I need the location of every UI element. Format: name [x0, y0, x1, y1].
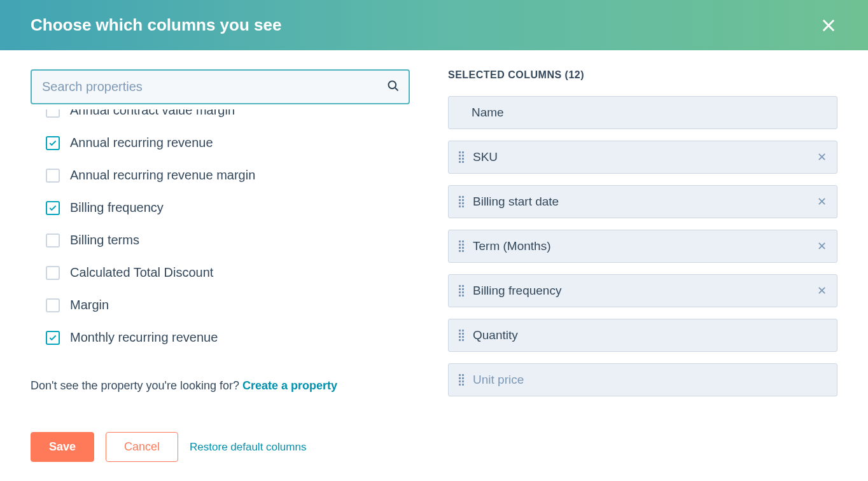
drag-handle-icon[interactable]: [459, 374, 464, 386]
selected-column-item[interactable]: Billing start date✕: [448, 185, 837, 218]
drag-handle-icon[interactable]: [459, 285, 464, 296]
property-row[interactable]: Margin: [46, 289, 410, 321]
selected-column-label: SKU: [473, 150, 808, 164]
property-label: Margin: [70, 298, 109, 312]
property-row[interactable]: Monthly recurring revenue: [46, 321, 410, 354]
close-icon: [820, 17, 837, 34]
property-row[interactable]: Annual recurring revenue: [46, 127, 410, 159]
property-label: Annual recurring revenue: [70, 136, 213, 150]
selected-column-label: Billing frequency: [473, 284, 808, 298]
save-button[interactable]: Save: [31, 432, 94, 462]
dialog-footer: Save Cancel Restore default columns: [0, 414, 868, 476]
drag-handle-icon[interactable]: [459, 196, 464, 207]
property-label: Annual contract value margin: [70, 109, 235, 118]
property-label: Calculated Total Discount: [70, 265, 213, 280]
property-checkbox[interactable]: [46, 136, 60, 150]
selected-column-label: Billing start date: [473, 195, 808, 209]
svg-point-0: [389, 81, 396, 88]
cancel-button[interactable]: Cancel: [106, 432, 178, 462]
property-label: Annual recurring revenue margin: [70, 168, 255, 183]
remove-column-icon[interactable]: ✕: [817, 150, 827, 164]
property-checkbox[interactable]: [46, 201, 60, 215]
selected-column-label: Name: [472, 106, 827, 120]
property-checkbox[interactable]: [46, 169, 60, 183]
create-property-link[interactable]: Create a property: [242, 379, 337, 392]
remove-column-icon[interactable]: ✕: [817, 239, 827, 253]
property-row[interactable]: Annual contract value margin: [46, 109, 410, 127]
property-label: Billing frequency: [70, 200, 164, 215]
selected-column-item[interactable]: Name: [448, 96, 837, 129]
remove-column-icon[interactable]: ✕: [817, 284, 827, 298]
dialog-title: Choose which columns you see: [31, 15, 281, 35]
helper-text: Don't see the property you're looking fo…: [31, 379, 410, 393]
drag-handle-icon[interactable]: [459, 240, 464, 252]
property-row[interactable]: Billing frequency: [46, 192, 410, 224]
property-checkbox[interactable]: [46, 298, 60, 312]
selected-column-label: Unit price: [473, 373, 827, 387]
drag-handle-icon[interactable]: [459, 151, 464, 163]
property-checkbox[interactable]: [46, 331, 60, 345]
property-row[interactable]: Calculated Total Discount: [46, 256, 410, 289]
search-input[interactable]: [31, 69, 410, 104]
remove-column-icon[interactable]: ✕: [817, 195, 827, 209]
restore-defaults-link[interactable]: Restore default columns: [190, 441, 306, 454]
search-field[interactable]: [31, 69, 410, 104]
selected-column-item[interactable]: Unit price: [448, 363, 837, 396]
drag-handle-icon[interactable]: [459, 330, 464, 341]
selected-column-label: Term (Months): [473, 239, 808, 253]
property-label: Billing terms: [70, 233, 139, 247]
close-button[interactable]: [820, 17, 837, 34]
property-checkbox[interactable]: [46, 234, 60, 247]
selected-column-item[interactable]: Billing frequency✕: [448, 274, 837, 307]
selected-column-label: Quantity: [473, 328, 827, 342]
selected-column-item[interactable]: SKU✕: [448, 141, 837, 174]
selected-column-item[interactable]: Quantity: [448, 319, 837, 352]
dialog-header: Choose which columns you see: [0, 0, 868, 50]
selected-column-item[interactable]: Term (Months)✕: [448, 230, 837, 263]
property-row[interactable]: Billing terms: [46, 224, 410, 256]
property-label: Monthly recurring revenue: [70, 330, 218, 345]
property-row[interactable]: Annual recurring revenue margin: [46, 159, 410, 192]
property-checkbox[interactable]: [46, 266, 60, 280]
selected-columns-heading: SELECTED COLUMNS (12): [448, 69, 837, 81]
property-checkbox[interactable]: [46, 109, 60, 118]
search-icon: [387, 80, 400, 95]
